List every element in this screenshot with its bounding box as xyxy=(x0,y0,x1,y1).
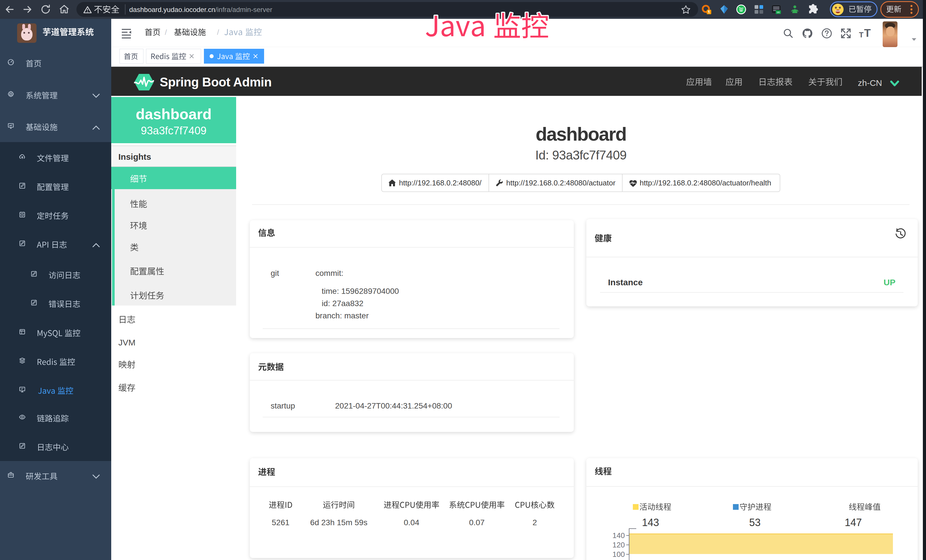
svg-text:on: on xyxy=(777,11,780,14)
